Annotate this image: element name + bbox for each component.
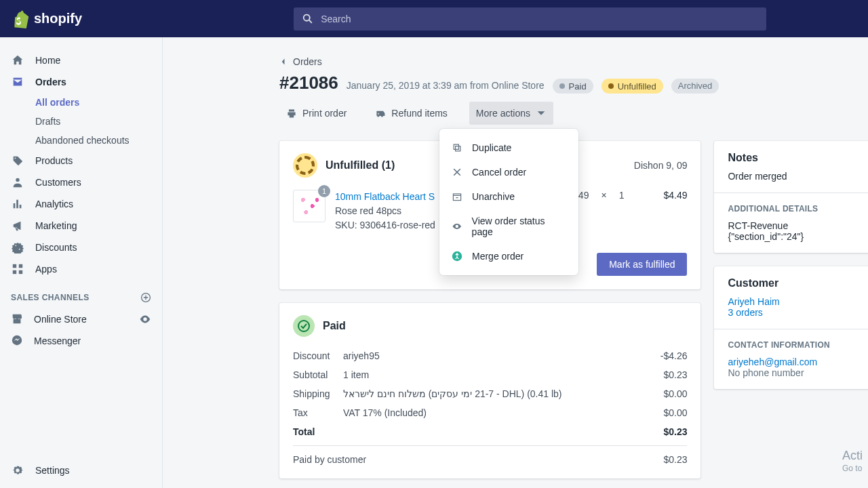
menu-duplicate[interactable]: Duplicate xyxy=(439,136,578,160)
home-icon xyxy=(12,54,24,66)
nav-label: Discounts xyxy=(35,242,77,253)
divider xyxy=(293,445,687,446)
nav-label: Products xyxy=(35,155,73,166)
tag-icon xyxy=(12,155,24,167)
nav-drafts[interactable]: Drafts xyxy=(0,112,162,131)
order-subtitle: January 25, 2019 at 3:39 am from Online … xyxy=(347,80,545,91)
menu-unarchive[interactable]: Unarchive xyxy=(439,184,578,209)
row-subtotal: Subtotal1 item$0.23 xyxy=(293,365,687,384)
row-shipping: Shippingמשלוח חינם לישראל (21-7 ימי עסקי… xyxy=(293,384,687,403)
logo[interactable]: shopify xyxy=(11,9,82,28)
more-actions-menu: Duplicate Cancel order Unarchive View or… xyxy=(439,129,578,275)
sales-channels-heading: SALES CHANNELS xyxy=(0,280,162,308)
customer-email-link[interactable]: ariyeheh@gmail.com xyxy=(728,357,817,367)
row-total: Total$0.23 xyxy=(293,422,687,441)
svg-rect-4 xyxy=(19,270,22,274)
paid-title: Paid xyxy=(323,320,346,332)
badge-archived: Archived xyxy=(671,79,719,94)
refund-items-button[interactable]: Refund items xyxy=(368,102,454,125)
svg-rect-7 xyxy=(453,194,460,201)
sidebar: Home Orders All orders Drafts Abandoned … xyxy=(0,37,163,488)
customer-title: Customer xyxy=(728,277,868,289)
messenger-icon xyxy=(11,334,23,346)
search-input[interactable] xyxy=(321,14,758,24)
product-thumbnail[interactable]: 1 xyxy=(293,190,326,222)
orders-icon xyxy=(12,76,24,88)
svg-rect-3 xyxy=(13,270,16,274)
nav-orders[interactable]: Orders xyxy=(0,71,162,93)
search-bar[interactable] xyxy=(294,7,766,30)
person-icon xyxy=(12,176,24,188)
channel-online-store[interactable]: Online Store xyxy=(0,308,162,330)
badge-paid: Paid xyxy=(553,79,593,94)
discount-icon xyxy=(12,241,24,253)
close-icon xyxy=(452,167,462,178)
nav-label: Apps xyxy=(35,264,57,274)
nav-customers[interactable]: Customers xyxy=(0,171,162,193)
contact-info-title: CONTACT INFORMATION xyxy=(728,340,868,350)
customer-name-link[interactable]: Ariyeh Haim xyxy=(728,296,779,307)
printer-icon xyxy=(286,108,297,119)
channel-label: Online Store xyxy=(34,314,128,325)
nav-label: Settings xyxy=(35,465,70,476)
caret-down-icon xyxy=(536,108,547,119)
row-discount: Discountariyeh95-$4.26 xyxy=(293,346,687,365)
notes-card: Notes Order merged ADDITIONAL DETAILS RC… xyxy=(714,141,868,253)
nav-apps[interactable]: Apps xyxy=(0,258,162,280)
menu-view-status[interactable]: View order status page xyxy=(439,209,578,244)
svg-point-9 xyxy=(298,321,309,331)
store-icon xyxy=(11,312,23,325)
page-actions: Print order Refund items More actions Du… xyxy=(279,102,868,125)
nav-label: Customers xyxy=(35,177,81,188)
quantity-badge: 1 xyxy=(318,185,330,197)
chart-icon xyxy=(12,198,24,210)
svg-rect-1 xyxy=(13,264,16,268)
more-actions-button[interactable]: More actions xyxy=(469,102,553,125)
apps-icon xyxy=(12,263,24,275)
channel-messenger[interactable]: Messenger xyxy=(0,330,162,352)
eye-icon[interactable] xyxy=(139,313,151,325)
main-content: Orders #21086 January 25, 2019 at 3:39 a… xyxy=(163,37,868,488)
add-channel-icon[interactable] xyxy=(140,292,151,303)
refund-icon xyxy=(375,108,386,119)
breadcrumb[interactable]: Orders xyxy=(279,56,868,67)
ship-to-address: Dishon 9, 09 xyxy=(634,160,688,171)
unarchive-icon xyxy=(452,191,462,202)
nav-products[interactable]: Products xyxy=(0,150,162,171)
product-name-link[interactable]: 10mm Flatback Heart S xyxy=(335,191,435,202)
details-value: {"section_id":"24"} xyxy=(728,231,868,242)
nav-analytics[interactable]: Analytics xyxy=(0,193,162,215)
menu-merge-order[interactable]: Merge order xyxy=(439,244,578,268)
topbar: shopify xyxy=(0,0,868,37)
nav-all-orders[interactable]: All orders xyxy=(0,93,162,112)
nav-label: Marketing xyxy=(35,220,77,231)
nav-marketing[interactable]: Marketing xyxy=(0,215,162,237)
row-tax: TaxVAT 17% (Included)$0.00 xyxy=(293,403,687,422)
print-order-button[interactable]: Print order xyxy=(279,102,353,125)
notes-body: Order merged xyxy=(728,171,868,182)
nav-label: Analytics xyxy=(35,199,73,209)
nav-settings[interactable]: Settings xyxy=(0,460,162,481)
mark-as-fulfilled-button[interactable]: Mark as fulfilled xyxy=(597,253,687,276)
nav-abandoned[interactable]: Abandoned checkouts xyxy=(0,131,162,150)
badge-unfulfilled: Unfulfilled xyxy=(601,79,663,94)
details-key: RCT-Revenue xyxy=(728,220,868,231)
breadcrumb-label: Orders xyxy=(293,56,322,67)
eye-icon xyxy=(452,221,462,232)
megaphone-icon xyxy=(12,220,24,232)
nav-home[interactable]: Home xyxy=(0,49,162,71)
nav-label: Home xyxy=(35,55,60,66)
notes-title: Notes xyxy=(728,152,868,164)
menu-cancel-order[interactable]: Cancel order xyxy=(439,160,578,184)
gear-icon xyxy=(12,464,24,476)
line-item-pricing: 49 × 1 $4.49 xyxy=(578,190,688,201)
chevron-left-icon xyxy=(279,58,288,66)
svg-point-0 xyxy=(16,178,19,182)
customer-orders-link[interactable]: 3 orders xyxy=(728,307,762,318)
brand-name: shopify xyxy=(34,11,82,26)
duplicate-icon xyxy=(452,142,462,153)
page-title: #21086 xyxy=(279,73,338,94)
paid-status-icon xyxy=(293,315,315,337)
merge-icon xyxy=(452,251,462,262)
nav-discounts[interactable]: Discounts xyxy=(0,237,162,258)
